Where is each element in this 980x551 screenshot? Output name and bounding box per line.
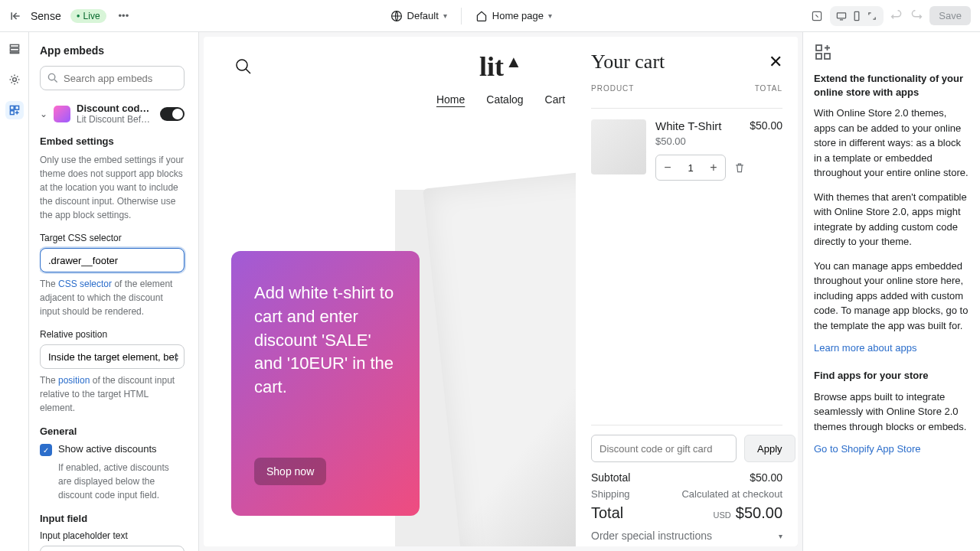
relative-position-select[interactable] [40, 344, 185, 369]
embed-row: ⌄ Discount code input Lit Discount Befor… [40, 103, 185, 125]
qty-decrease[interactable]: − [656, 155, 679, 180]
chevron-down-icon: ▾ [443, 11, 447, 20]
close-icon[interactable]: ✕ [769, 54, 782, 70]
col-product: PRODUCT [591, 84, 634, 93]
cart-item-line-total: $50.00 [750, 119, 782, 135]
fullscreen-icon[interactable] [865, 9, 879, 23]
store-search-icon[interactable] [234, 57, 253, 76]
preset-selector[interactable]: Default ▾ [390, 10, 447, 22]
exit-icon[interactable] [9, 10, 21, 22]
undo-icon [890, 9, 903, 23]
cart-item-price: $50.00 [655, 135, 782, 147]
embed-toggle[interactable] [160, 107, 185, 121]
relative-position-label: Relative position [40, 329, 185, 340]
svg-rect-13 [816, 45, 822, 51]
more-icon[interactable]: ••• [116, 7, 132, 24]
css-selector-link[interactable]: CSS selector [58, 279, 112, 289]
info-heading-2: Find apps for your store [814, 369, 969, 383]
quantity-stepper: − 1 + [655, 155, 726, 181]
section-input-field: Input field [40, 513, 185, 524]
inspector-icon[interactable] [810, 9, 824, 23]
select-chevron-icon: ▴▾ [175, 351, 178, 362]
preset-label: Default [407, 10, 439, 21]
svg-rect-2 [838, 12, 846, 18]
info-p4: Browse apps built to integrate seamlessl… [814, 390, 969, 435]
trash-icon[interactable] [733, 161, 746, 174]
svg-rect-4 [10, 44, 18, 47]
learn-more-link[interactable]: Learn more about apps [814, 342, 916, 354]
svg-rect-15 [816, 54, 822, 59]
page-label: Home page [492, 10, 544, 21]
position-link[interactable]: position [58, 375, 90, 386]
search-icon [47, 73, 58, 83]
order-special-instructions[interactable]: Order special instructions ▾ [591, 530, 782, 542]
shop-now-button[interactable]: Shop now [254, 458, 326, 485]
qty-increase[interactable]: + [702, 155, 725, 180]
target-help: The CSS selector of the element adjacent… [40, 277, 185, 318]
cart-item-image [591, 119, 646, 174]
col-total: TOTAL [755, 84, 782, 93]
app-icon [54, 106, 70, 122]
svg-rect-14 [825, 54, 830, 59]
collapse-icon[interactable]: ⌄ [40, 109, 47, 119]
chevron-down-icon: ▾ [779, 532, 782, 540]
site-name: Sense [31, 10, 61, 22]
svg-point-11 [48, 73, 54, 80]
relative-help: The position of the discount input relat… [40, 373, 185, 415]
show-active-help: If enabled, active discounts are display… [58, 461, 185, 502]
target-label: Target CSS selector [40, 233, 185, 243]
sidebar-title: App embeds [40, 44, 185, 57]
nav-catalog[interactable]: Catalog [486, 93, 523, 106]
apps-grid-icon [814, 43, 832, 61]
info-heading-1: Extend the functionality of your online … [814, 72, 969, 99]
promo-text: Add white t-shirt to cart and enter disc… [254, 282, 397, 399]
cart-title: Your cart [591, 51, 665, 73]
left-rail [0, 32, 29, 551]
cart-item-title: White T-Shirt [655, 119, 721, 132]
info-p1: With Online Store 2.0 themes, apps can b… [814, 106, 969, 181]
embed-help: Only use the embed settings if your them… [40, 153, 185, 222]
nav-cart[interactable]: Cart [545, 93, 565, 106]
shipping-label: Shipping [591, 488, 630, 500]
rail-settings-icon[interactable] [5, 70, 24, 89]
desktop-icon[interactable] [835, 9, 848, 23]
store-logo: lit▲ [479, 51, 522, 83]
show-active-label: Show active discounts [58, 443, 157, 455]
sidebar: App embeds ⌄ Discount code input Lit Dis… [29, 32, 199, 551]
svg-rect-5 [10, 48, 18, 51]
rail-sections-icon[interactable] [5, 40, 24, 58]
cart-drawer: Your cart ✕ PRODUCT TOTAL [576, 37, 798, 546]
mobile-icon[interactable] [850, 9, 864, 23]
cart-item: White T-Shirt $50.00 $50.00 − 1 + [591, 119, 782, 181]
discount-input[interactable] [591, 435, 737, 462]
svg-rect-8 [10, 106, 14, 109]
info-panel: Extend the functionality of your online … [802, 32, 980, 551]
currency: USD [714, 510, 731, 520]
device-switcher [830, 6, 884, 26]
apply-button[interactable]: Apply [744, 435, 795, 462]
redo-icon [910, 9, 923, 23]
placeholder-label: Input placeholder text [40, 530, 185, 541]
svg-rect-10 [10, 111, 14, 115]
svg-rect-9 [15, 106, 18, 109]
chevron-down-icon: ▾ [548, 11, 552, 20]
live-badge: Live [70, 9, 106, 23]
promo-card: Add white t-shirt to cart and enter disc… [231, 251, 420, 516]
svg-rect-6 [10, 52, 18, 54]
total-label: Total [591, 504, 623, 522]
nav-home[interactable]: Home [436, 93, 465, 106]
embed-subtitle: Lit Discount Before C... [77, 114, 154, 125]
section-embed-settings: Embed settings [40, 135, 185, 147]
rail-app-embeds-icon[interactable] [5, 101, 24, 119]
show-active-checkbox[interactable]: ✓ [40, 444, 52, 456]
target-css-input[interactable] [40, 248, 185, 272]
page-selector[interactable]: Home page ▾ [475, 10, 552, 22]
placeholder-input[interactable] [40, 546, 185, 551]
qty-value: 1 [679, 162, 702, 174]
info-p2: With themes that aren't compatible with … [814, 190, 969, 249]
svg-point-12 [237, 60, 247, 70]
app-store-link[interactable]: Go to Shopify App Store [814, 443, 920, 455]
section-general: General [40, 425, 185, 437]
search-input[interactable] [40, 66, 185, 90]
shipping-value: Calculated at checkout [681, 488, 782, 500]
